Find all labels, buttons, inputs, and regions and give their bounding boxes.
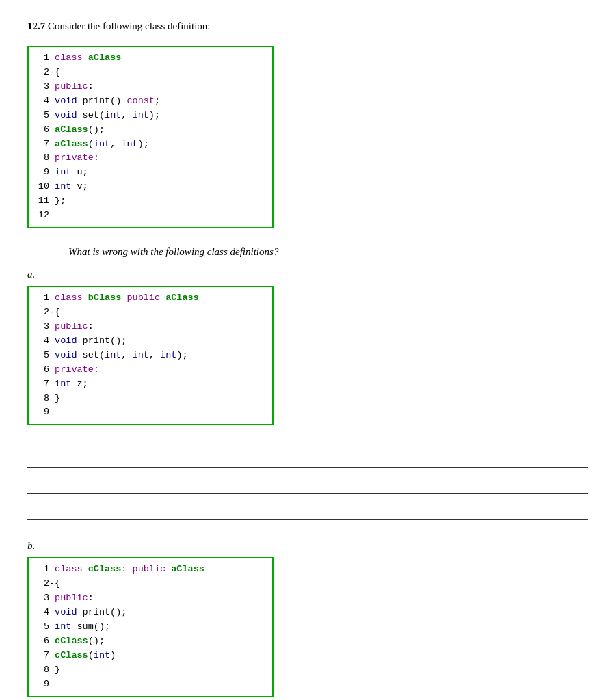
answer-line-2	[27, 474, 588, 494]
main-code-block: 1class aClass2-{3public:4void print() co…	[27, 46, 274, 228]
part-b-section: b. 1class cClass: public aClass2-{3publi…	[27, 540, 585, 699]
page-content: 12.7 Consider the following class defini…	[27, 21, 585, 700]
part-b-code-block: 1class cClass: public aClass2-{3public:4…	[27, 557, 274, 697]
question-header: 12.7 Consider the following class defini…	[27, 21, 585, 32]
answer-line-1	[27, 448, 588, 468]
italic-question: What is wrong with the following class d…	[68, 246, 585, 258]
answer-lines	[27, 448, 585, 520]
part-a-label: a.	[27, 269, 585, 280]
part-a-code-block: 1class bClass public aClass2-{3public:4v…	[27, 286, 274, 425]
part-a-section: a. 1class bClass public aClass2-{3public…	[27, 269, 585, 428]
question-label: 12.7 Consider the following class defini…	[27, 21, 210, 31]
part-b-label: b.	[27, 540, 585, 552]
answer-line-3	[27, 500, 588, 520]
